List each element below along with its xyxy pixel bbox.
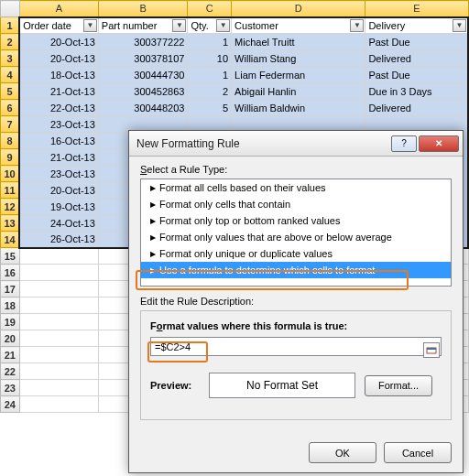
column-header-E[interactable]: E — [365, 1, 468, 17]
rule-type-item-4[interactable]: ▶Format only unique or duplicate values — [141, 245, 451, 262]
header-cell-E[interactable]: Delivery▼ — [365, 17, 468, 34]
column-header-A[interactable]: A — [19, 1, 98, 17]
row-header-4[interactable]: 4 — [1, 67, 20, 83]
cell-E5[interactable]: Due in 3 Days — [365, 83, 468, 100]
row-header-16[interactable]: 16 — [1, 265, 20, 281]
cell-C4[interactable]: 1 — [188, 67, 232, 83]
cell-A18[interactable] — [19, 298, 98, 314]
row-header-18[interactable]: 18 — [1, 298, 20, 314]
cell-C6[interactable]: 5 — [188, 100, 232, 116]
column-header-B[interactable]: B — [98, 1, 188, 17]
row-header-14[interactable]: 14 — [1, 232, 20, 248]
cell-A10[interactable]: 23-Oct-13 — [19, 166, 98, 182]
row-header-12[interactable]: 12 — [1, 199, 20, 215]
filter-dropdown-icon[interactable]: ▼ — [216, 19, 230, 32]
help-button[interactable]: ? — [391, 135, 417, 152]
ok-button[interactable]: OK — [309, 442, 376, 463]
cell-A15[interactable] — [19, 248, 98, 265]
cell-A3[interactable]: 20-Oct-13 — [19, 50, 98, 67]
cell-A17[interactable] — [19, 281, 98, 298]
cell-B4[interactable]: 300444730 — [98, 67, 188, 83]
cell-A4[interactable]: 18-Oct-13 — [19, 67, 98, 83]
row-header-9[interactable]: 9 — [1, 149, 20, 166]
cell-D5[interactable]: Abigail Hanlin — [232, 83, 365, 100]
row-header-19[interactable]: 19 — [1, 314, 20, 330]
rule-type-item-3[interactable]: ▶Format only values that are above or be… — [141, 229, 451, 245]
cell-A20[interactable] — [19, 330, 98, 347]
cell-A2[interactable]: 20-Oct-13 — [19, 34, 98, 50]
formula-input[interactable] — [150, 337, 442, 356]
filter-dropdown-icon[interactable]: ▼ — [453, 19, 466, 32]
cell-C3[interactable]: 10 — [188, 50, 232, 67]
triangle-icon: ▶ — [150, 217, 156, 225]
row-header-3[interactable]: 3 — [1, 50, 20, 67]
cell-A19[interactable] — [19, 314, 98, 330]
rule-type-item-1[interactable]: ▶Format only cells that contain — [141, 196, 451, 212]
row-header-21[interactable]: 21 — [1, 347, 20, 363]
cell-A9[interactable]: 21-Oct-13 — [19, 149, 98, 166]
rule-type-item-5[interactable]: ▶Use a formula to determine which cells … — [141, 262, 451, 278]
filter-dropdown-icon[interactable]: ▼ — [350, 19, 364, 32]
range-selector-button[interactable] — [423, 342, 440, 358]
cell-A21[interactable] — [19, 347, 98, 363]
filter-dropdown-icon[interactable]: ▼ — [172, 19, 186, 32]
cell-C5[interactable]: 2 — [188, 83, 232, 100]
header-cell-C[interactable]: Qty.▼ — [188, 17, 232, 34]
dialog-titlebar[interactable]: New Formatting Rule ? ✕ — [129, 131, 463, 157]
cancel-button[interactable]: Cancel — [384, 442, 452, 463]
cell-A24[interactable] — [19, 396, 98, 413]
dialog-title: New Formatting Rule — [136, 137, 389, 150]
row-header-2[interactable]: 2 — [1, 34, 20, 50]
row-header-7[interactable]: 7 — [1, 116, 20, 133]
cell-B2[interactable]: 300377222 — [98, 34, 188, 50]
rule-type-item-2[interactable]: ▶Format only top or bottom ranked values — [141, 212, 451, 229]
cell-A13[interactable]: 24-Oct-13 — [19, 215, 98, 232]
cell-D4[interactable]: Liam Federman — [232, 67, 365, 83]
cell-E3[interactable]: Delivered — [365, 50, 468, 67]
cell-A11[interactable]: 20-Oct-13 — [19, 182, 98, 199]
row-header-20[interactable]: 20 — [1, 330, 20, 347]
cell-A16[interactable] — [19, 265, 98, 281]
header-cell-A[interactable]: Order date▼ — [19, 17, 98, 34]
row-header-8[interactable]: 8 — [1, 133, 20, 149]
row-header-13[interactable]: 13 — [1, 215, 20, 232]
cell-D6[interactable]: William Baldwin — [232, 100, 365, 116]
column-header-D[interactable]: D — [232, 1, 365, 17]
cell-A7[interactable]: 23-Oct-13 — [19, 116, 98, 133]
cell-B5[interactable]: 300452863 — [98, 83, 188, 100]
cell-A5[interactable]: 21-Oct-13 — [19, 83, 98, 100]
cell-B6[interactable]: 300448203 — [98, 100, 188, 116]
cell-D2[interactable]: Michael Truitt — [232, 34, 365, 50]
cell-A8[interactable]: 16-Oct-13 — [19, 133, 98, 149]
row-header-11[interactable]: 11 — [1, 182, 20, 199]
format-button[interactable]: Format... — [365, 375, 432, 396]
cell-C2[interactable]: 1 — [188, 34, 232, 50]
cell-A12[interactable]: 19-Oct-13 — [19, 199, 98, 215]
row-header-17[interactable]: 17 — [1, 281, 20, 298]
row-header-24[interactable]: 24 — [1, 396, 20, 413]
header-cell-B[interactable]: Part number▼ — [98, 17, 188, 34]
row-header-6[interactable]: 6 — [1, 100, 20, 116]
cell-A22[interactable] — [19, 363, 98, 380]
row-header-22[interactable]: 22 — [1, 363, 20, 380]
row-header-5[interactable]: 5 — [1, 83, 20, 100]
cell-E4[interactable]: Past Due — [365, 67, 468, 83]
rule-type-item-0[interactable]: ▶Format all cells based on their values — [141, 179, 451, 196]
cell-D3[interactable]: William Stang — [232, 50, 365, 67]
row-header-10[interactable]: 10 — [1, 166, 20, 182]
cell-A6[interactable]: 22-Oct-13 — [19, 100, 98, 116]
format-values-label: Format values where this formula is true… — [150, 320, 442, 331]
row-header-15[interactable]: 15 — [1, 248, 20, 265]
rule-type-list[interactable]: ▶Format all cells based on their values▶… — [140, 178, 452, 287]
filter-dropdown-icon[interactable]: ▼ — [83, 19, 97, 32]
row-header-1[interactable]: 1 — [1, 17, 20, 34]
cell-E6[interactable]: Delivered — [365, 100, 468, 116]
header-cell-D[interactable]: Customer▼ — [232, 17, 365, 34]
cell-B3[interactable]: 300378107 — [98, 50, 188, 67]
row-header-23[interactable]: 23 — [1, 380, 20, 396]
close-button[interactable]: ✕ — [419, 135, 459, 152]
column-header-C[interactable]: C — [188, 1, 232, 17]
cell-E2[interactable]: Past Due — [365, 34, 468, 50]
cell-A23[interactable] — [19, 380, 98, 396]
cell-A14[interactable]: 26-Oct-13 — [19, 232, 98, 248]
